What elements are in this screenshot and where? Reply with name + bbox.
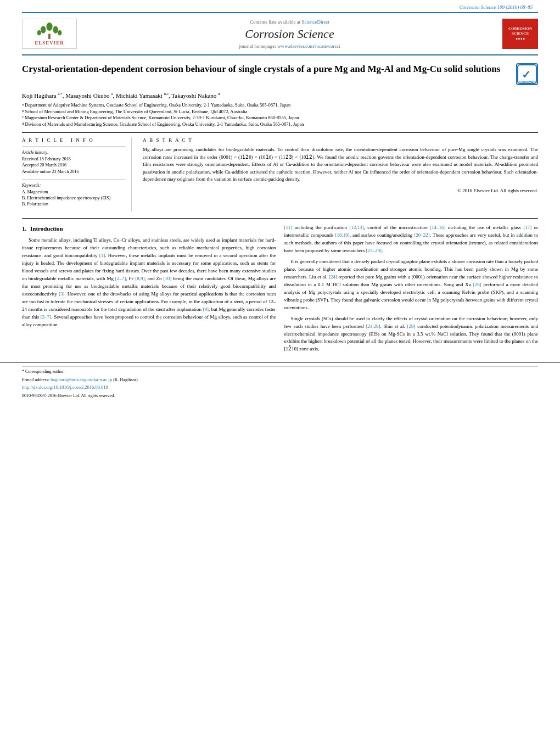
crossmark-badge: ✓ CrossMark [516, 63, 538, 85]
article-history-label: Article history: [22, 150, 126, 155]
ref-3: [3] [59, 291, 65, 297]
keywords-section: Keywords: A. Magnesium B. Electrochemica… [22, 183, 126, 208]
svg-point-4 [58, 30, 62, 35]
intro-para-2: [11] including the purification [12,13],… [284, 224, 539, 255]
email-label: E-mail address: [22, 377, 49, 382]
authors-line: Koji Hagihara a,*, Masayoshi Okubo a, Mi… [22, 92, 538, 99]
doi-footnote: http://dx.doi.org/10.1016/j.corsci.2016.… [22, 384, 538, 391]
homepage-label: journal homepage: [239, 43, 276, 49]
info-inner-divider [22, 146, 126, 147]
corresponding-text: * Corresponding author. [22, 369, 65, 374]
affiliation-d: d Division of Materials and Manufacturin… [22, 121, 538, 128]
affiliation-c: c Magnesium Research Center & Department… [22, 115, 538, 121]
affiliation-list: a Department of Adaptive Machine Systems… [22, 102, 538, 129]
abstract-section: A B S T R A C T Mg alloys are promising … [143, 137, 538, 211]
available-text: Available online 23 March 2016 [22, 169, 126, 175]
ref-9: [9] [203, 306, 209, 312]
homepage-url[interactable]: www.elsevier.com/locate/corsci [277, 43, 340, 49]
header-divider-top [22, 12, 538, 13]
svg-text:✓: ✓ [522, 69, 531, 81]
intro-para-3: It is generally considered that a densel… [284, 258, 539, 312]
affil-text-a: Department of Adaptive Machine Systems, … [25, 102, 290, 109]
corrosion-badge: CORROSIONSCIENCE ■ ■ ■ ■ [502, 19, 538, 49]
ref-2-7b: [2–7] [41, 314, 52, 320]
email-footnote: E-mail address: hagihara@ams.eng.osaka-u… [22, 377, 538, 383]
ref-26: [26] [473, 282, 481, 287]
article-info-title: A R T I C L E I N F O [22, 137, 126, 143]
journal-citation: Corrosion Science 109 (2016) 68–85 [22, 4, 538, 10]
ref-18-19: [18,19] [335, 232, 349, 238]
section-1-heading: 1. Introduction [22, 224, 276, 233]
ref-20-22: [20–22] [414, 232, 430, 238]
intro-para-4: Single crystals (SCs) should be used to … [284, 315, 539, 354]
badge-text: CORROSIONSCIENCE [508, 26, 532, 36]
ref-2-7: [2–7] [115, 276, 126, 281]
authors-text: Koji Hagihara a,*, Masayoshi Okubo a, Mi… [22, 92, 220, 99]
svg-text:CrossMark: CrossMark [519, 80, 537, 83]
svg-point-0 [46, 23, 52, 31]
header-inner: ELSEVIER Contents lists available at Sci… [22, 15, 538, 52]
keyword-3: B. Polarization [22, 201, 126, 207]
section-divider-1 [22, 132, 538, 133]
keywords-label: Keywords: [22, 183, 126, 188]
affil-text-b: School of Mechanical and Mining Engineer… [25, 109, 248, 115]
ref-14-16: [14–16] [430, 225, 446, 230]
badge-sub: ■ ■ ■ ■ [516, 37, 525, 41]
left-column: 1. Introduction Some metallic alloys, in… [22, 224, 276, 356]
ref-17: [17] [523, 225, 531, 230]
ref-11: [11] [284, 225, 293, 230]
article-history: Article history: Received 18 February 20… [22, 150, 126, 175]
svg-point-2 [53, 26, 58, 33]
article-info: A R T I C L E I N F O Article history: R… [22, 137, 132, 211]
article-content: Crystal-orientation-dependent corrosion … [0, 58, 560, 362]
journal-header: Corrosion Science 109 (2016) 68–85 ELSEV… [0, 0, 560, 55]
section-divider-2 [22, 218, 538, 219]
affiliation-a: a Department of Adaptive Machine Systems… [22, 102, 538, 109]
affil-super-c: c [22, 115, 24, 121]
affil-text-d: Division of Materials and Manufacturing … [25, 121, 304, 128]
affil-text-c: Magnesium Research Center & Department o… [25, 115, 299, 121]
svg-point-3 [37, 30, 42, 35]
contents-line: Contents lists available at ScienceDirec… [88, 19, 491, 25]
header-center: Contents lists available at ScienceDirec… [77, 19, 502, 49]
main-columns: 1. Introduction Some metallic alloys, in… [22, 224, 538, 356]
footnote-area: * Corresponding author. E-mail address: … [0, 362, 560, 398]
ref-24: [24] [329, 274, 337, 280]
email-link[interactable]: hagihara@ams.eng.osaka-u.ac.jp [51, 377, 112, 382]
abstract-title: A B S T R A C T [143, 137, 538, 143]
keyword-2: B. Electrochemical impedance spectroscop… [22, 195, 126, 201]
page: Corrosion Science 109 (2016) 68–85 ELSEV… [0, 0, 560, 742]
info-abstract: A R T I C L E I N F O Article history: R… [22, 137, 538, 211]
footnote-divider [22, 366, 538, 366]
header-divider-bottom [22, 54, 538, 55]
corresponding-footnote: * Corresponding author. [22, 369, 538, 375]
elsevier-logo: ELSEVIER [22, 19, 77, 49]
copyright-footer: 0010-938X/© 2016 Elsevier Ltd. All right… [22, 393, 538, 398]
ref-23-29: [23–29] [366, 248, 382, 253]
journal-homepage: journal homepage: www.elsevier.com/locat… [88, 43, 491, 49]
affil-super-d: d [22, 121, 24, 128]
ref-8-9: [8,9] [135, 276, 144, 281]
ref-29: [29] [407, 323, 415, 329]
email-suffix: (K. Hagihara). [113, 377, 138, 382]
intro-para-1: Some metallic alloys, including Ti alloy… [22, 237, 276, 328]
abstract-text: Mg alloys are promising candidates for b… [143, 146, 538, 183]
sciencedirect-link[interactable]: ScienceDirect [302, 19, 329, 25]
ref-10: [10] [163, 276, 171, 281]
copyright-line: © 2016 Elsevier Ltd. All rights reserved… [143, 188, 538, 193]
accepted-text: Accepted 20 March 2016 [22, 162, 126, 168]
affiliation-b: b School of Mechanical and Mining Engine… [22, 109, 538, 115]
title-section: Crystal-orientation-dependent corrosion … [22, 63, 538, 88]
crossmark-icon: ✓ CrossMark [517, 64, 537, 84]
affil-super-b: b [22, 109, 24, 115]
received-text: Received 18 February 2016 [22, 156, 126, 162]
section-title: Introduction [30, 225, 63, 232]
ref-12-13: [12,13] [349, 225, 363, 230]
ref-23-29b: [23,29] [366, 323, 380, 329]
section-number: 1. [22, 225, 26, 232]
doi-link[interactable]: http://dx.doi.org/10.1016/j.corsci.2016.… [22, 384, 108, 390]
svg-point-1 [41, 26, 46, 33]
article-title: Crystal-orientation-dependent corrosion … [22, 63, 516, 75]
ref-1: [1] [99, 253, 105, 258]
keyword-1: A. Magnesium [22, 189, 126, 195]
